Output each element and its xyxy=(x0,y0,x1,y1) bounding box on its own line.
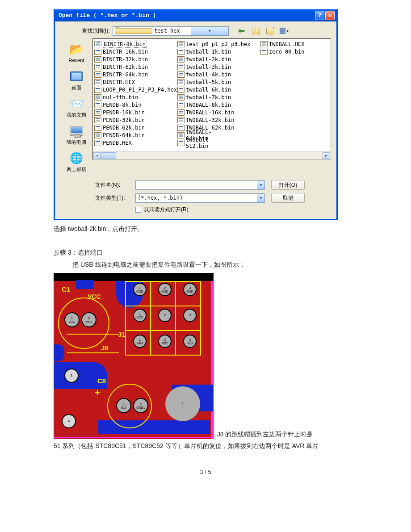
readonly-checkbox[interactable] xyxy=(135,207,141,213)
file-item[interactable]: twoball-2k.bin xyxy=(177,55,260,63)
help-button[interactable]: ? xyxy=(315,11,324,20)
back-button[interactable]: ⬅ xyxy=(237,26,247,36)
file-icon xyxy=(177,94,185,101)
file-item[interactable]: PENDB-16k.bin xyxy=(94,109,177,116)
new-folder-button[interactable] xyxy=(265,26,275,36)
place-network[interactable]: 🌐 网上邻居 xyxy=(60,148,92,176)
readonly-label: 以只读方式打开(R) xyxy=(143,206,189,214)
file-icon xyxy=(177,140,185,146)
file-icon xyxy=(177,109,185,116)
place-recent[interactable]: 📂 Recent xyxy=(60,39,92,67)
after-pcb-inline: , J8 的跳线帽插到左边两个针上时是 xyxy=(214,429,313,439)
file-item[interactable]: LOOP_P0_P1_P2_P3_P4.hex xyxy=(94,86,177,93)
up-folder-icon xyxy=(252,28,260,34)
file-item[interactable]: twoball-4k.bin xyxy=(177,71,260,78)
recent-icon: 📂 xyxy=(69,42,84,56)
file-item[interactable]: twoball-512.bin xyxy=(177,139,236,147)
file-item[interactable]: twoball-6k.bin xyxy=(177,86,260,93)
pcb-label-c8: C8 xyxy=(97,376,106,386)
pcb-label-j1: J1 xyxy=(118,329,126,340)
file-icon xyxy=(94,94,101,101)
file-icon xyxy=(177,102,185,108)
chevron-down-icon[interactable]: ▼ xyxy=(191,27,228,35)
after-pcb-line2: 51 系列（包括 STC89C51，STC89C52 等等）单片机的复位，如果拨… xyxy=(54,441,357,451)
scroll-left-button[interactable]: ◄ xyxy=(93,152,101,159)
file-item[interactable]: BINCTR-16k.bin xyxy=(94,48,177,55)
file-icon xyxy=(94,79,101,85)
file-item[interactable]: PENDB-8k.bin xyxy=(94,101,177,109)
place-desktop[interactable]: 桌面 xyxy=(60,67,92,94)
file-item[interactable]: TWOBALL-32k.bin xyxy=(177,116,260,124)
file-icon xyxy=(177,132,185,138)
file-list-pane[interactable]: BINCTR-8k.binBINCTR-16k.binBINCTR-32k.bi… xyxy=(92,38,331,160)
file-icon xyxy=(260,41,268,47)
file-item[interactable]: zero-00.bin xyxy=(260,48,319,55)
chevron-down-icon: ▼ xyxy=(286,29,289,33)
close-button[interactable]: ✕ xyxy=(325,11,335,20)
open-file-dialog: Open file ( *.hex or *.bin ) ? ✕ 查找范围(I)… xyxy=(54,9,338,220)
filename-input[interactable]: ▼ xyxy=(135,180,265,190)
file-item[interactable]: twoball-7k.bin xyxy=(177,93,260,101)
network-icon: 🌐 xyxy=(69,151,84,165)
chevron-down-icon[interactable]: ▼ xyxy=(257,181,264,189)
file-item[interactable]: BINCTR.HEX xyxy=(94,78,177,86)
file-item[interactable]: TWOBALL-8k.bin xyxy=(177,101,260,109)
caption-text: 选择 twoball-2k.bin，点击打开。 xyxy=(54,224,357,234)
pcb-label-vcc: VCC xyxy=(88,292,101,302)
scroll-thumb[interactable] xyxy=(101,152,116,159)
file-icon xyxy=(94,109,101,116)
file-item[interactable]: PENDB-64k.bin xyxy=(94,131,177,139)
file-icon xyxy=(94,125,101,131)
desktop-icon xyxy=(69,69,84,84)
file-item[interactable]: twoball-3k.bin xyxy=(177,63,260,71)
filetype-label: 文件类型(T): xyxy=(95,194,135,202)
page-footer: 3 / 5 xyxy=(54,469,357,475)
file-item[interactable]: test_p0_p1_p2_p3.hex xyxy=(177,40,260,48)
pcb-label-c1: C1 xyxy=(62,284,70,295)
filename-label: 文件名(N): xyxy=(95,181,135,189)
file-item[interactable]: PENDB.HEX xyxy=(94,139,177,147)
file-icon xyxy=(94,49,101,55)
file-icon xyxy=(177,41,185,47)
file-icon xyxy=(94,71,101,78)
cancel-button[interactable]: 取消 xyxy=(271,193,305,203)
file-item[interactable]: BINCTR-8k.bin xyxy=(94,40,177,48)
folder-icon xyxy=(115,28,152,34)
pcb-diagram: C1 VCC J1 J8 C8 + 1GND 2GND 3GND 1VCC 2 … xyxy=(54,273,214,439)
file-icon xyxy=(94,132,101,138)
file-item[interactable]: TWOBALL.HEX xyxy=(260,40,319,48)
document-body: 选择 twoball-2k.bin，点击打开。 步骤 3：选择端口 把 USB … xyxy=(54,224,357,451)
file-icon xyxy=(94,140,101,146)
up-one-level-button[interactable] xyxy=(251,26,261,36)
file-item[interactable]: PENDB-32k.bin xyxy=(94,116,177,124)
file-item[interactable]: BINCTR-62k.bin xyxy=(94,63,177,71)
file-item[interactable]: BINCTR-32k.bin xyxy=(94,55,177,63)
pcb-label-j8: J8 xyxy=(101,343,109,353)
chevron-down-icon[interactable]: ▼ xyxy=(257,194,264,202)
scroll-right-button[interactable]: ► xyxy=(323,152,330,159)
file-icon xyxy=(94,87,101,93)
file-icon xyxy=(177,117,185,123)
file-item[interactable]: PENDB-62k.bin xyxy=(94,124,177,131)
lookin-label: 查找范围(I): xyxy=(82,27,110,35)
dialog-title: Open file ( *.hex or *.bin ) xyxy=(59,12,314,19)
file-icon xyxy=(177,64,185,70)
file-icon xyxy=(177,87,185,93)
file-icon xyxy=(177,71,185,78)
file-item[interactable]: twoball-5k.bin xyxy=(177,78,260,86)
filetype-combo[interactable]: (*.hex, *.bin) ▼ xyxy=(135,193,265,203)
lookin-combo[interactable]: test-hex ▼ xyxy=(113,26,229,36)
file-item[interactable]: nul-ffh.bin xyxy=(94,93,177,101)
file-item[interactable]: TWOBALL-16k.bin xyxy=(177,109,260,116)
file-item[interactable]: BINCTR-64k.bin xyxy=(94,71,177,78)
file-icon xyxy=(94,102,101,108)
view-menu-button[interactable]: ▼ xyxy=(280,26,289,36)
open-button[interactable]: 打开(O) xyxy=(271,180,305,190)
file-item[interactable]: twoball-1k.bin xyxy=(177,48,260,55)
place-mydocs[interactable]: 📨 我的文档 xyxy=(60,94,92,121)
horizontal-scrollbar[interactable]: ◄ ► xyxy=(93,151,330,159)
file-icon xyxy=(177,125,185,131)
file-icon xyxy=(94,64,101,70)
documents-icon: 📨 xyxy=(69,96,84,111)
place-mycomputer[interactable]: 我的电脑 xyxy=(60,121,92,148)
